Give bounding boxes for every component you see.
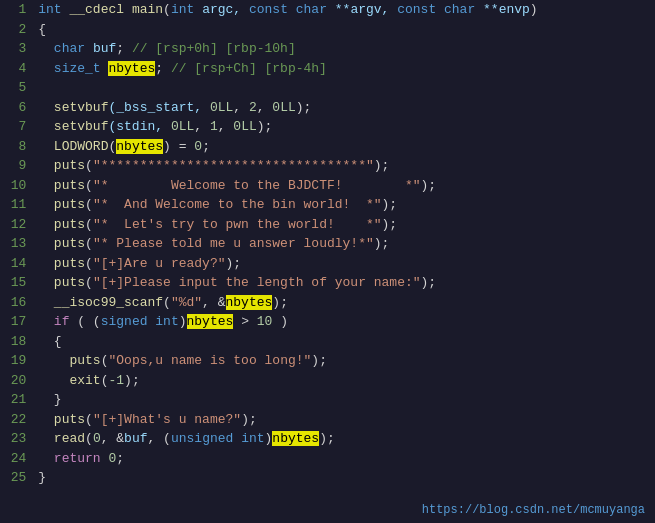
- table-row: 11 puts("* And Welcome to the bin world!…: [0, 195, 655, 215]
- line-content: if ( (signed int)nbytes > 10 ): [34, 312, 655, 332]
- token: );: [382, 217, 398, 232]
- token: [38, 158, 54, 173]
- token: "* Let's try to pwn the world! *": [93, 217, 382, 232]
- line-content: puts("* Please told me u answer loudly!*…: [34, 234, 655, 254]
- token: puts: [54, 158, 85, 173]
- token: );: [257, 119, 273, 134]
- line-content: {: [34, 332, 655, 352]
- token: puts: [54, 256, 85, 271]
- token: (: [85, 256, 93, 271]
- token: [38, 392, 54, 407]
- table-row: 4 size_t nbytes; // [rsp+Ch] [rbp-4h]: [0, 59, 655, 79]
- token: "Oops,u name is too long!": [109, 353, 312, 368]
- token: {: [38, 22, 46, 37]
- token: nbytes: [272, 431, 319, 446]
- table-row: 8 LODWORD(nbytes) = 0;: [0, 137, 655, 157]
- table-row: 20 exit(-1);: [0, 371, 655, 391]
- token: 0: [194, 139, 202, 154]
- line-content: setvbuf(stdin, 0LL, 1, 0LL);: [34, 117, 655, 137]
- line-content: puts("[+]What's u name?");: [34, 410, 655, 430]
- token: puts: [69, 353, 100, 368]
- table-row: 1int __cdecl main(int argc, const char *…: [0, 0, 655, 20]
- token: const: [249, 2, 296, 17]
- token: char: [296, 2, 335, 17]
- token: [38, 334, 54, 349]
- line-number: 2: [0, 20, 34, 40]
- token: );: [124, 373, 140, 388]
- token: ( (: [69, 314, 100, 329]
- line-number: 9: [0, 156, 34, 176]
- line-content: int __cdecl main(int argc, const char **…: [34, 0, 655, 20]
- token: [38, 353, 69, 368]
- token: );: [374, 236, 390, 251]
- token: puts: [54, 197, 85, 212]
- line-content: __isoc99_scanf("%d", &nbytes);: [34, 293, 655, 313]
- token: [38, 314, 54, 329]
- token: [38, 236, 54, 251]
- token: "* Welcome to the BJDCTF! *": [93, 178, 421, 193]
- line-number: 13: [0, 234, 34, 254]
- token: // [rsp+0h] [rbp-10h]: [124, 41, 296, 56]
- line-number: 18: [0, 332, 34, 352]
- token: 0LL: [272, 100, 295, 115]
- token: exit: [69, 373, 100, 388]
- token: 0LL: [233, 119, 256, 134]
- token: }: [54, 392, 62, 407]
- token: nbytes: [108, 61, 155, 76]
- token: [38, 373, 69, 388]
- token: );: [319, 431, 335, 446]
- token: 0: [93, 431, 101, 446]
- token: __cdecl: [69, 2, 131, 17]
- token: [38, 256, 54, 271]
- token: __isoc99_scanf: [54, 295, 163, 310]
- token: puts: [54, 275, 85, 290]
- token: (stdin,: [108, 119, 170, 134]
- table-row: 5: [0, 78, 655, 98]
- code-viewer: 1int __cdecl main(int argc, const char *…: [0, 0, 655, 523]
- token: "%d": [171, 295, 202, 310]
- token: [38, 412, 54, 427]
- token: ;: [155, 61, 163, 76]
- line-content: }: [34, 390, 655, 410]
- table-row: 22 puts("[+]What's u name?");: [0, 410, 655, 430]
- token: if: [54, 314, 70, 329]
- token: read: [54, 431, 85, 446]
- token: nbytes: [187, 314, 234, 329]
- token: );: [296, 100, 312, 115]
- token: buf: [93, 41, 116, 56]
- token: puts: [54, 412, 85, 427]
- token: );: [272, 295, 288, 310]
- line-number: 3: [0, 39, 34, 59]
- token: (: [85, 275, 93, 290]
- table-row: 13 puts("* Please told me u answer loudl…: [0, 234, 655, 254]
- token: nbytes: [226, 295, 273, 310]
- token: // [rsp+Ch] [rbp-4h]: [163, 61, 327, 76]
- line-number: 17: [0, 312, 34, 332]
- token: "[+]Are u ready?": [93, 256, 226, 271]
- watermark: https://blog.csdn.net/mcmuyanga: [422, 503, 645, 517]
- token: );: [311, 353, 327, 368]
- token: (_bss_start,: [108, 100, 209, 115]
- token: (: [163, 2, 171, 17]
- token: ,: [257, 100, 273, 115]
- token: (: [163, 295, 171, 310]
- token: int: [171, 2, 202, 17]
- token: (: [85, 412, 93, 427]
- line-number: 14: [0, 254, 34, 274]
- table-row: 6 setvbuf(_bss_start, 0LL, 2, 0LL);: [0, 98, 655, 118]
- token: "**********************************": [93, 158, 374, 173]
- line-number: 11: [0, 195, 34, 215]
- token: unsigned int: [171, 431, 265, 446]
- line-number: 19: [0, 351, 34, 371]
- token: }: [38, 470, 46, 485]
- token: );: [226, 256, 242, 271]
- line-number: 20: [0, 371, 34, 391]
- token: ;: [202, 139, 210, 154]
- token: [38, 41, 54, 56]
- line-number: 12: [0, 215, 34, 235]
- token: ,: [218, 119, 234, 134]
- token: (: [85, 158, 93, 173]
- token: buf: [124, 431, 147, 446]
- line-number: 10: [0, 176, 34, 196]
- line-number: 16: [0, 293, 34, 313]
